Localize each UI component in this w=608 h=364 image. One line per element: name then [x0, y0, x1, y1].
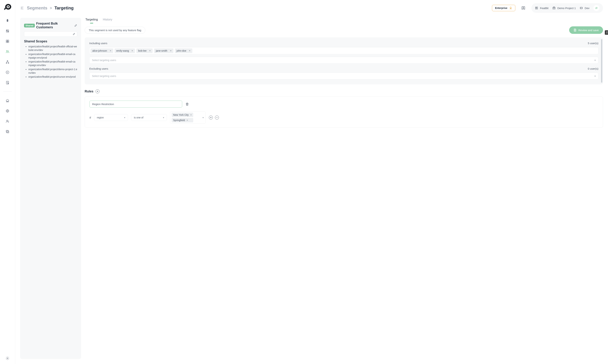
user-tag: emily-wang✕: [115, 48, 135, 53]
nav-report-icon[interactable]: [5, 80, 10, 85]
breadcrumb: Segments > Targeting: [27, 6, 74, 11]
user-tag: bob-lee✕: [136, 48, 153, 53]
add-condition-button[interactable]: [209, 116, 213, 119]
rule-condition-row: If region ▾ is one of ▾ New York City✕: [90, 111, 598, 124]
remove-tag-icon[interactable]: ✕: [110, 50, 111, 52]
breadcrumb-separator: >: [50, 6, 52, 10]
nav-flags-icon[interactable]: [5, 28, 10, 33]
enterprise-badge[interactable]: Enterprise: [492, 5, 515, 11]
rule-operator-value: is one of: [134, 116, 143, 119]
remove-tag-icon[interactable]: ✕: [187, 119, 188, 121]
user-tag: john-doe✕: [175, 48, 192, 53]
scope-item: organization/featbit:project/demo-projec…: [28, 67, 77, 75]
remove-tag-icon[interactable]: ✕: [149, 50, 151, 52]
excluding-users-count: 0 user(s): [588, 67, 598, 70]
chevron-down-icon: ▾: [594, 59, 596, 62]
svg-point-11: [6, 51, 7, 52]
svg-point-16: [6, 71, 9, 74]
context-org[interactable]: FeatBit: [535, 6, 548, 10]
including-users-count: 5 user(s): [588, 42, 598, 45]
nav-apps-icon[interactable]: [5, 39, 10, 44]
context-project[interactable]: Demo Project 1: [552, 6, 576, 10]
header: Segments > Targeting Enterprise FeatBit …: [15, 0, 608, 16]
review-save-button[interactable]: Review and save: [569, 26, 603, 34]
delete-rule-icon[interactable]: [185, 102, 189, 106]
breadcrumb-parent[interactable]: Segments: [27, 6, 47, 11]
medal-icon: [509, 6, 512, 10]
shared-badge: Shared: [24, 24, 35, 27]
tooltip-fragment: 正: [605, 30, 608, 35]
scrollbar[interactable]: [601, 39, 602, 83]
sidebar: [0, 0, 15, 364]
remove-tag-icon[interactable]: ✕: [189, 50, 190, 52]
edit-name-icon[interactable]: [74, 24, 77, 27]
rule-operator-select[interactable]: is one of ▾: [131, 114, 167, 121]
nav-tree-icon[interactable]: [5, 59, 10, 65]
rule-card: If region ▾ is one of ▾ New York City✕: [85, 97, 603, 128]
nav-copy-icon[interactable]: [5, 129, 10, 134]
svg-rect-8: [8, 40, 9, 41]
swap-context-button[interactable]: [593, 5, 599, 11]
sidebar-divider: [3, 91, 12, 92]
svg-rect-26: [535, 7, 538, 9]
svg-point-2: [7, 6, 9, 7]
context-env-label: Dev: [585, 7, 589, 10]
svg-rect-10: [8, 41, 9, 43]
chevron-down-icon: ▾: [124, 116, 125, 119]
remove-tag-icon[interactable]: ✕: [190, 114, 192, 116]
svg-rect-23: [7, 131, 9, 133]
tab-targeting[interactable]: Targeting: [85, 18, 98, 23]
user-tag: jane-smith✕: [154, 48, 174, 53]
context-env[interactable]: Dev: [580, 6, 589, 10]
logo[interactable]: [3, 3, 12, 11]
add-rule-button[interactable]: [95, 89, 99, 93]
nav-org-icon[interactable]: [5, 98, 10, 103]
svg-rect-22: [6, 130, 8, 132]
excluding-users-label: Excluding users: [89, 67, 108, 70]
nav-copyright-icon[interactable]: [5, 70, 10, 75]
edit-description-icon[interactable]: [73, 33, 75, 35]
scope-item: organization/featbit:project/cursor:env/…: [28, 75, 77, 78]
review-save-label: Review and save: [578, 29, 599, 32]
enterprise-label: Enterprise: [495, 7, 507, 9]
breadcrumb-current: Targeting: [54, 6, 74, 11]
chevron-down-icon: ▾: [203, 116, 204, 119]
tab-history[interactable]: History: [103, 18, 112, 23]
targeting-panel: Targeting History This segment is not us…: [85, 18, 603, 359]
context-pill: FeatBit Demo Project 1 Dev: [531, 3, 603, 13]
segment-name: Frequent Bulk Customers: [36, 22, 73, 29]
svg-point-25: [510, 7, 512, 8]
menu-toggle-icon[interactable]: [20, 6, 24, 10]
remove-tag-icon[interactable]: ✕: [170, 50, 172, 52]
nav-segments-icon[interactable]: [5, 49, 10, 54]
shared-scopes-title: Shared Scopes: [24, 39, 77, 43]
svg-rect-7: [6, 40, 7, 41]
nav-member-icon[interactable]: [5, 119, 10, 124]
scope-item: organization/featbit:project/featbit-ema…: [28, 52, 77, 60]
scope-item: organization/featbit:project/featbit-off…: [28, 45, 77, 52]
remove-condition-button[interactable]: [215, 116, 219, 119]
tabs: Targeting History: [85, 18, 603, 23]
nav-get-started-icon[interactable]: [5, 18, 10, 23]
shared-scopes-list: organization/featbit:project/featbit-off…: [24, 45, 77, 79]
segment-description-field[interactable]: [26, 33, 72, 35]
svg-rect-27: [553, 7, 555, 9]
nav-target-icon[interactable]: [5, 108, 10, 113]
unused-banner: This segment is not used by any feature …: [85, 27, 145, 34]
svg-point-20: [7, 110, 8, 111]
svg-point-5: [7, 30, 7, 30]
rules-title: Rules: [85, 90, 94, 93]
segment-description-input[interactable]: [24, 31, 77, 37]
including-tags[interactable]: alice-johnson✕ emily-wang✕ bob-lee✕ jane…: [89, 47, 598, 54]
remove-tag-icon[interactable]: ✕: [131, 50, 133, 52]
rule-attribute-select[interactable]: region ▾: [94, 114, 128, 121]
context-org-label: FeatBit: [540, 7, 548, 10]
nav-settings-icon[interactable]: [5, 356, 10, 361]
rule-name-input[interactable]: [90, 101, 182, 108]
rule-values-select[interactable]: New York City✕ Springfield✕ ▾: [170, 111, 206, 124]
including-users-select[interactable]: Select targeting users ▾: [89, 57, 598, 64]
excluding-users-select[interactable]: Select targeting users ▾: [89, 73, 598, 79]
user-tag: alice-johnson✕: [91, 48, 113, 53]
docs-icon[interactable]: [521, 6, 525, 10]
including-users-label: Including users: [89, 42, 107, 45]
